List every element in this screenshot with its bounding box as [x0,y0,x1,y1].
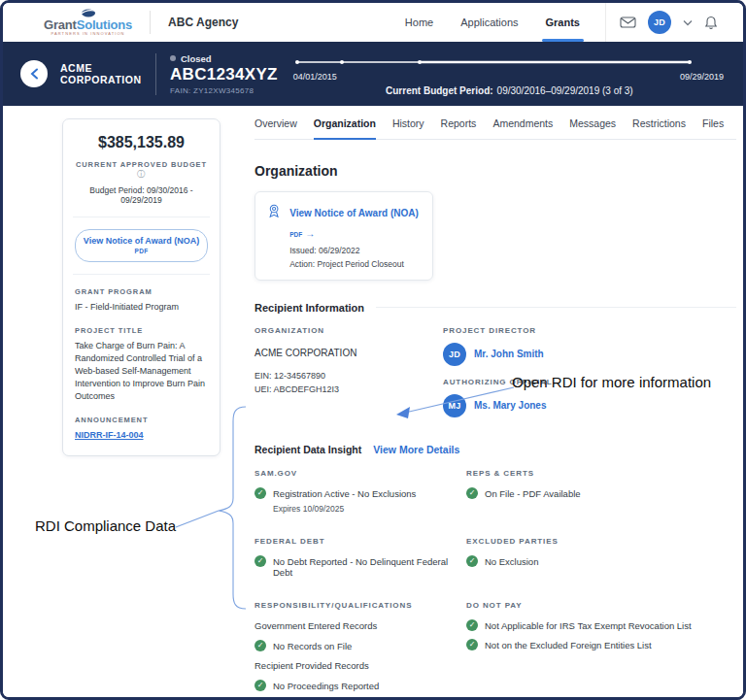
timeline-start-date: 04/01/2015 [293,72,337,82]
rdi-status-item: ✓ No Debt Reported - No Delinquent Feder… [254,556,466,578]
organization-column: ORGANIZATION ACME CORPORATION EIN: 12-34… [254,326,443,417]
uei-value: UEI: ABCDEFGH12I3 [254,383,443,397]
budget-period-timeline: 04/01/2015 09/29/2019 Current Budget Per… [293,49,726,99]
rdi-status-item: ✓ No Records on File [254,641,466,651]
budget-period-text: Budget Period: 09/30/2016 - 09/29/2019 [75,185,208,205]
grantsolutions-logo[interactable]: GrantSolutions PARTNERS IN INNOVATION [44,9,132,36]
noa-card[interactable]: View Notice of Award (NOA) PDF→ Issued: … [254,191,433,281]
check-circle-icon: ✓ [254,555,266,567]
rdi-status-item: ✓ On File - PDF Available [466,488,736,499]
nav-link-home[interactable]: Home [405,17,433,28]
arrow-right-icon: → [305,228,315,239]
project-title-label: PROJECT TITLE [75,326,208,335]
rdi-status-item: ✓ Not Applicable for IRS Tax Exempt Revo… [466,620,736,631]
noa-action: Action: Project Period Closeout [289,259,421,270]
status-badge: Closed [170,53,278,64]
contacts-column: PROJECT DIRECTOR JD Mr. John Smith AUTHO… [443,326,736,417]
recipient-info-header: Recipient Information [254,302,736,314]
approved-budget-amount: $385,135.89 [75,134,208,151]
status-label: Closed [181,53,212,64]
rdi-group-responsibility: RESPONSIBILITY/QUALIFICATIONS Government… [254,601,466,700]
agency-name: ABC Agency [168,16,238,29]
logo-globe-icon [78,9,99,17]
organization-heading: Organization [254,163,736,179]
tab-overview[interactable]: Overview [254,117,297,139]
tab-amendments[interactable]: Amendments [492,117,553,139]
card-divider [73,274,210,275]
tab-history[interactable]: History [392,117,424,139]
bell-icon[interactable] [704,16,718,30]
app-window: GrantSolutions PARTNERS IN INNOVATION AB… [0,0,746,700]
budget-summary-card: $385,135.89 CURRENT APPROVED BUDGET ⓘ Bu… [62,118,220,456]
grant-tabs: Overview Organization History Reports Am… [254,117,736,140]
timeline-end-date: 09/29/2019 [680,72,724,82]
rdi-status-text: Not on the Excluded Foreign Entities Lis… [485,640,652,650]
samgov-label: SAM.GOV [254,469,466,478]
rdi-status-text: No Proceedings Reported [273,681,379,691]
grant-id-block: Closed ABC1234XYZ FAIN: ZY12XW345678 [155,53,278,95]
nav-link-grants[interactable]: Grants [546,17,580,28]
project-director-avatar[interactable]: JD [443,343,466,366]
grant-program-label: GRANT PROGRAM [75,287,208,296]
tab-reports[interactable]: Reports [441,117,477,139]
view-more-details-link[interactable]: View More Details [373,444,459,455]
project-director-name[interactable]: Mr. John Smith [474,349,544,359]
rdi-status-text: On File - PDF Available [485,488,581,499]
current-budget-period: Current Budget Period:09/30/2016–09/29/2… [293,85,726,96]
hero-org-name: ACME CORPORATION [60,62,150,85]
user-avatar[interactable]: JD [648,11,671,34]
back-button[interactable] [20,60,48,87]
check-circle-icon: ✓ [466,487,478,499]
repscerts-label: REPS & CERTS [466,469,736,478]
rdi-header: Recipient Data Insight View More Details [254,444,736,455]
donotpay-label: DO NOT PAY [466,601,736,610]
logo-tagline: PARTNERS IN INNOVATION [51,32,124,36]
page-body: $385,135.89 CURRENT APPROVED BUDGET ⓘ Bu… [3,106,743,697]
view-noa-button[interactable]: View Notice of Award (NOA) PDF [75,229,208,262]
rdi-group-repscerts: REPS & CERTS ✓ On File - PDF Available [466,469,736,522]
tab-restrictions[interactable]: Restrictions [632,117,686,139]
card-divider [73,217,210,217]
main-content: Overview Organization History Reports Am… [254,117,736,700]
grant-id: ABC1234XYZ [170,65,278,84]
grant-header-bar: ACME CORPORATION Closed ABC1234XYZ FAIN:… [3,42,743,106]
approved-budget-label: CURRENT APPROVED BUDGET ⓘ [75,160,208,180]
rdi-row-1: SAM.GOV ✓ Registration Active - No Exclu… [254,469,736,522]
responsibility-label: RESPONSIBILITY/QUALIFICATIONS [254,601,466,610]
current-budget-period-label: Current Budget Period: [386,85,493,96]
chevron-left-icon [30,68,39,80]
tab-organization[interactable]: Organization [314,117,376,140]
chevron-down-icon[interactable] [683,19,693,26]
noa-issued: Issued: 06/29/2022 [289,246,421,256]
nav-link-applications[interactable]: Applications [460,17,518,28]
project-director-row: JD Mr. John Smith [443,343,736,366]
excludedparties-label: EXCLUDED PARTIES [466,537,736,546]
tab-files[interactable]: Files [702,117,724,139]
announcement-label: ANNOUNCEMENT [75,416,208,424]
authorizing-official-avatar[interactable]: MJ [443,394,466,417]
rdi-heading: Recipient Data Insight [254,444,361,455]
check-circle-icon: ✓ [466,619,478,631]
ein-value: EIN: 12-34567890 [254,370,443,383]
rdi-status-text: Not Applicable for IRS Tax Exempt Revoca… [485,620,692,631]
info-icon[interactable]: ⓘ [137,169,146,180]
logo-wordmark: GrantSolutions [44,18,132,31]
authorizing-official-name[interactable]: Ms. Mary Jones [474,400,546,411]
rdi-status-text: No Records on File [273,641,352,651]
rdi-row-2: FEDERAL DEBT ✓ No Debt Reported - No Del… [254,537,736,586]
rdi-status-subtext: Expires 10/09/2025 [273,504,466,514]
project-director-label: PROJECT DIRECTOR [443,326,736,335]
check-circle-icon: ✓ [254,640,266,651]
navbar-icons: JD [620,11,718,34]
announcement-link[interactable]: NIDRR-IF-14-004 [75,430,144,440]
navbar-divider [150,11,151,34]
rdi-status-text: Registration Active - No Exclusions [273,488,416,499]
federaldebt-label: FEDERAL DEBT [254,537,466,546]
current-budget-period-value: 09/30/2016–09/29/2019 (3 of 3) [497,85,633,96]
mail-icon[interactable] [620,16,636,29]
navbar-divider-2 [605,3,606,42]
tab-messages[interactable]: Messages [569,117,616,139]
grant-program-value: IF - Field-Initiated Program [75,301,208,314]
rdi-status-text: No Exclusion [485,556,538,567]
fain-number: FAIN: ZY12XW345678 [170,86,278,95]
